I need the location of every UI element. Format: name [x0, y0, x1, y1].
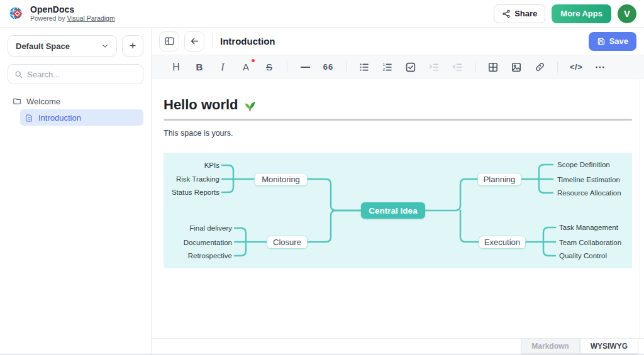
app-header: OpenDocs Powered by Visual Paradigm Shar… — [0, 0, 644, 28]
mindmap-node-monitoring[interactable]: Monitoring — [254, 173, 308, 186]
sidebar: Default Space + Welcome — [0, 28, 152, 354]
document-heading: Hello world — [164, 97, 632, 113]
svg-text:1: 1 — [383, 62, 386, 67]
table-icon — [488, 62, 498, 72]
search-input[interactable] — [27, 70, 138, 79]
document-icon — [25, 114, 33, 122]
share-icon — [502, 9, 511, 18]
ordered-list-button[interactable]: 12 — [382, 60, 393, 74]
user-avatar[interactable]: V — [618, 4, 636, 23]
seedling-emoji — [243, 99, 257, 112]
arrow-left-icon — [189, 36, 200, 46]
horizontal-rule-button[interactable] — [299, 60, 311, 74]
heading-underline — [164, 119, 632, 121]
mindmap-leaf-task-management[interactable]: Task Management — [559, 223, 618, 232]
code-button[interactable]: </> — [570, 60, 582, 74]
indent-button[interactable] — [428, 60, 440, 74]
mindmap-leaf-team-collaboration[interactable]: Team Collaboration — [559, 238, 621, 247]
strikethrough-button[interactable]: S — [264, 60, 275, 74]
tree-item-label: Welcome — [26, 97, 60, 106]
document-paragraph: This space is yours. — [164, 129, 632, 138]
color-dot — [252, 59, 255, 62]
table-button[interactable] — [487, 60, 499, 74]
image-icon — [511, 62, 521, 72]
image-button[interactable] — [511, 60, 522, 74]
tab-wysiwyg[interactable]: WYSIWYG — [580, 339, 638, 354]
toolbar-divider — [557, 62, 558, 73]
more-apps-button[interactable]: More Apps — [552, 4, 611, 23]
link-button[interactable] — [534, 60, 545, 74]
mindmap-leaf-kpis[interactable]: KPIs — [164, 161, 219, 170]
search-box — [8, 64, 143, 84]
more-tools-button[interactable]: ⋯ — [594, 60, 606, 74]
outdent-button[interactable] — [452, 60, 463, 74]
horizontal-rule-icon — [301, 67, 310, 68]
tree-item-welcome[interactable]: Welcome — [8, 93, 143, 109]
heading-button[interactable]: H — [170, 60, 182, 74]
powered-by: Powered by Visual Paradigm — [30, 14, 115, 22]
bold-button[interactable]: B — [194, 60, 205, 74]
mindmap[interactable]: Central Idea Monitoring Planning Closure… — [164, 153, 632, 268]
link-icon — [535, 62, 545, 72]
bullet-list-button[interactable] — [358, 60, 370, 74]
opendocs-logo-icon — [8, 5, 25, 23]
ordered-list-icon: 12 — [382, 62, 392, 72]
mindmap-leaf-timeline-estimation[interactable]: Timeline Estimation — [557, 175, 620, 184]
task-list-button[interactable] — [405, 60, 416, 74]
tree-item-label: Introduction — [38, 113, 81, 123]
add-space-button[interactable]: + — [122, 35, 143, 57]
toggle-sidebar-button[interactable] — [159, 31, 179, 52]
space-row: Default Space + — [8, 35, 143, 57]
document-topbar: Introduction Save — [152, 28, 644, 55]
svg-text:2: 2 — [383, 67, 386, 71]
share-button[interactable]: Share — [494, 4, 545, 23]
mindmap-node-closure[interactable]: Closure — [267, 236, 308, 249]
mindmap-leaf-status-reports[interactable]: Status Reports — [164, 188, 219, 197]
editor-content[interactable]: Hello world This space is yours. — [152, 79, 644, 338]
bullet-list-icon — [359, 62, 369, 72]
toolbar-divider — [287, 62, 287, 73]
mindmap-leaf-documentation[interactable]: Documentation — [164, 238, 232, 247]
tree-item-introduction[interactable]: Introduction — [20, 109, 143, 126]
editor-mode-bar: Markdown WYSIWYG — [152, 338, 644, 354]
page-tree: Welcome Introduction — [8, 93, 143, 126]
toolbar-divider — [475, 62, 475, 73]
app-window: OpenDocs Powered by Visual Paradigm Shar… — [0, 0, 644, 355]
brand-block: OpenDocs Powered by Visual Paradigm — [30, 5, 115, 22]
mindmap-leaf-final-delivery[interactable]: Final delivery — [164, 224, 232, 232]
mindmap-leaf-quality-control[interactable]: Quality Control — [559, 251, 607, 260]
toolbar-divider — [346, 62, 347, 73]
search-icon — [14, 70, 23, 79]
chevron-down-icon — [101, 42, 109, 50]
visual-paradigm-link[interactable]: Visual Paradigm — [67, 14, 114, 22]
italic-button[interactable]: I — [217, 60, 228, 74]
back-button[interactable] — [184, 31, 204, 52]
outdent-icon — [452, 62, 462, 72]
topbar-divider — [212, 35, 213, 48]
scrollbar-track[interactable] — [640, 79, 640, 338]
tab-markdown[interactable]: Markdown — [521, 339, 579, 354]
save-icon — [597, 37, 606, 46]
font-color-button[interactable]: A — [240, 60, 252, 74]
blockquote-button[interactable]: 66 — [323, 60, 334, 74]
app-name: OpenDocs — [30, 5, 115, 14]
mindmap-leaf-scope-definition[interactable]: Scope Definition — [557, 160, 610, 169]
indent-icon — [429, 62, 439, 72]
panel-collapse-icon — [164, 36, 175, 46]
formatting-toolbar: H B I A S 66 12 — [152, 55, 644, 79]
mindmap-node-execution[interactable]: Execution — [479, 236, 526, 249]
space-selector[interactable]: Default Space — [8, 35, 117, 57]
save-button[interactable]: Save — [589, 32, 636, 51]
mindmap-leaf-resource-allocation[interactable]: Resource Allocation — [557, 188, 621, 197]
mindmap-leaf-retrospective[interactable]: Retrospective — [164, 251, 232, 260]
mindmap-leaf-risk-tracking[interactable]: Risk Tracking — [164, 175, 219, 183]
mindmap-node-planning[interactable]: Planning — [477, 173, 521, 186]
folder-icon — [13, 97, 21, 106]
main-panel: Introduction Save H B I A S 66 — [152, 28, 644, 354]
body-split: Default Space + Welcome — [0, 28, 644, 354]
mindmap-node-central-idea[interactable]: Central Idea — [361, 202, 425, 219]
task-list-icon — [406, 62, 416, 72]
page-title: Introduction — [220, 36, 275, 46]
